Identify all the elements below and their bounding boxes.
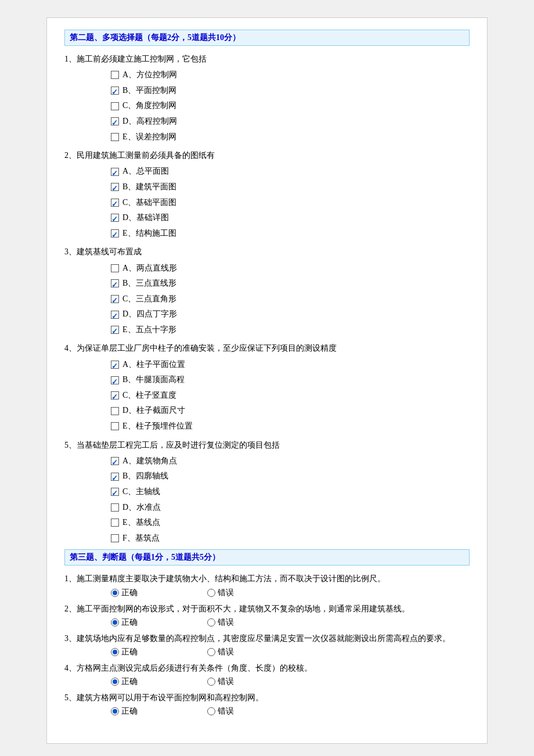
judgment-2-options: 正确 错误: [111, 617, 470, 628]
q1-checkbox-d[interactable]: [111, 117, 119, 125]
section2-header: 第二题、多项选择题（每题2分，5道题共10分）: [64, 30, 470, 46]
q4-option-a[interactable]: A、柱子平面位置: [111, 357, 470, 373]
q5-option-f[interactable]: F、基筑点: [111, 531, 470, 546]
j4-correct-option[interactable]: 正确: [111, 676, 138, 687]
q1-checkbox-a[interactable]: [111, 71, 119, 79]
q3-option-d[interactable]: D、四点丁字形: [111, 307, 470, 322]
q5-option-d[interactable]: D、水准点: [111, 500, 470, 516]
q4-option-d[interactable]: D、柱子截面尺寸: [111, 403, 470, 419]
q1-option-d[interactable]: D、高程控制网: [111, 114, 470, 129]
judgment-1-options: 正确 错误: [111, 588, 470, 598]
q1-option-c[interactable]: C、角度控制网: [111, 98, 470, 114]
q1-label-e: E、误差控制网: [122, 129, 176, 145]
q2-checkbox-a[interactable]: [111, 168, 119, 176]
j2-wrong-radio[interactable]: [207, 618, 215, 627]
q3-checkbox-d[interactable]: [111, 311, 119, 319]
q5-checkbox-f[interactable]: [111, 534, 119, 542]
q4-label-c: C、柱子竖直度: [122, 388, 176, 404]
q4-checkbox-d[interactable]: [111, 407, 119, 415]
q5-label-a: A、建筑物角点: [122, 453, 177, 469]
j1-correct-option[interactable]: 正确: [111, 588, 138, 598]
q2-checkbox-e[interactable]: [111, 229, 119, 237]
j4-correct-radio[interactable]: [111, 678, 119, 686]
j5-wrong-option[interactable]: 错误: [207, 706, 234, 717]
q4-checkbox-b[interactable]: [111, 376, 119, 384]
j4-wrong-radio[interactable]: [207, 678, 215, 686]
q2-checkbox-b[interactable]: [111, 183, 119, 191]
j1-wrong-radio[interactable]: [207, 589, 215, 597]
q5-option-e[interactable]: E、基线点: [111, 515, 470, 531]
question-3-title: 3、建筑基线可布置成: [64, 244, 470, 259]
question-4-options: A、柱子平面位置 B、牛腿顶面高程 C、柱子竖直度 D、柱子截面尺寸 E、柱子预…: [111, 357, 470, 434]
q1-label-c: C、角度控制网: [122, 98, 176, 114]
judgment-5: 5、建筑方格网可以用于布设平面控制网和高程控制网。 正确 错误: [64, 690, 470, 717]
q2-option-e[interactable]: E、结构施工图: [111, 226, 470, 242]
j2-correct-radio[interactable]: [111, 618, 119, 627]
j3-correct-radio[interactable]: [111, 648, 119, 656]
q3-label-d: D、四点丁字形: [122, 307, 177, 322]
q4-checkbox-c[interactable]: [111, 391, 119, 399]
q2-option-a[interactable]: A、总平面图: [111, 164, 470, 179]
j2-wrong-option[interactable]: 错误: [207, 617, 234, 628]
q4-checkbox-e[interactable]: [111, 422, 119, 430]
j1-wrong-option[interactable]: 错误: [207, 588, 234, 598]
q4-label-d: D、柱子截面尺寸: [122, 403, 185, 419]
j3-wrong-radio[interactable]: [207, 648, 215, 656]
j3-wrong-option[interactable]: 错误: [207, 647, 234, 657]
q4-option-b[interactable]: B、牛腿顶面高程: [111, 372, 470, 388]
q3-option-c[interactable]: C、三点直角形: [111, 291, 470, 307]
j5-correct-label: 正确: [121, 706, 138, 717]
q4-option-c[interactable]: C、柱子竖直度: [111, 388, 470, 404]
q5-option-b[interactable]: B、四廓轴线: [111, 469, 470, 484]
q5-checkbox-e[interactable]: [111, 519, 119, 527]
q2-checkbox-d[interactable]: [111, 214, 119, 222]
question-1-options: A、方位控制网 B、平面控制网 C、角度控制网 D、高程控制网 E、误差控制网: [111, 67, 470, 145]
q3-checkbox-a[interactable]: [111, 264, 119, 272]
q1-checkbox-b[interactable]: [111, 87, 119, 95]
j5-wrong-radio[interactable]: [207, 707, 215, 715]
j2-wrong-label: 错误: [218, 617, 234, 628]
q3-option-e[interactable]: E、五点十字形: [111, 322, 470, 338]
q5-checkbox-a[interactable]: [111, 457, 119, 465]
q4-option-e[interactable]: E、柱子预埋件位置: [111, 419, 470, 434]
q1-option-a[interactable]: A、方位控制网: [111, 67, 470, 83]
q2-label-d: D、基础详图: [122, 210, 169, 226]
j5-correct-radio[interactable]: [111, 707, 119, 715]
j2-correct-option[interactable]: 正确: [111, 617, 138, 628]
q3-checkbox-c[interactable]: [111, 295, 119, 303]
q2-option-d[interactable]: D、基础详图: [111, 210, 470, 226]
q5-checkbox-b[interactable]: [111, 473, 119, 481]
judgment-3-options: 正确 错误: [111, 647, 470, 657]
q2-label-c: C、基础平面图: [122, 195, 176, 211]
j5-correct-option[interactable]: 正确: [111, 706, 138, 717]
j3-correct-option[interactable]: 正确: [111, 647, 138, 657]
q5-checkbox-c[interactable]: [111, 488, 119, 496]
q3-option-a[interactable]: A、两点直线形: [111, 261, 470, 276]
q1-checkbox-e[interactable]: [111, 133, 119, 141]
q1-option-b[interactable]: B、平面控制网: [111, 83, 470, 99]
q5-checkbox-d[interactable]: [111, 503, 119, 512]
q2-option-b[interactable]: B、建筑平面图: [111, 179, 470, 195]
q5-option-a[interactable]: A、建筑物角点: [111, 453, 470, 469]
q2-option-c[interactable]: C、基础平面图: [111, 195, 470, 211]
q1-checkbox-c[interactable]: [111, 102, 119, 110]
judgment-4: 4、方格网主点测设完成后必须进行有关条件（角度、长度）的校核。 正确 错误: [64, 661, 470, 687]
q3-label-a: A、两点直线形: [122, 261, 177, 276]
j2-correct-label: 正确: [121, 617, 138, 628]
q3-checkbox-e[interactable]: [111, 326, 119, 334]
q4-label-a: A、柱子平面位置: [122, 357, 185, 373]
q3-checkbox-b[interactable]: [111, 279, 119, 287]
judgment-3-title: 3、建筑场地内应有足够数量的高程控制点，其密度应尽量满足安置一次仪器就能测设出所…: [64, 631, 470, 646]
q4-checkbox-a[interactable]: [111, 361, 119, 369]
j1-wrong-label: 错误: [218, 588, 234, 598]
j3-wrong-label: 错误: [218, 647, 234, 657]
q2-checkbox-c[interactable]: [111, 199, 119, 207]
j4-wrong-option[interactable]: 错误: [207, 676, 234, 687]
q1-option-e[interactable]: E、误差控制网: [111, 129, 470, 145]
j1-correct-radio[interactable]: [111, 589, 119, 597]
judgment-3: 3、建筑场地内应有足够数量的高程控制点，其密度应尽量满足安置一次仪器就能测设出所…: [64, 631, 470, 657]
q2-label-a: A、总平面图: [122, 164, 169, 179]
judgment-1: 1、施工测量精度主要取决于建筑物大小、结构和施工方法，而不取决于设计图的比例尺。…: [64, 571, 470, 597]
q3-option-b[interactable]: B、三点直线形: [111, 276, 470, 291]
q5-option-c[interactable]: C、主轴线: [111, 484, 470, 500]
